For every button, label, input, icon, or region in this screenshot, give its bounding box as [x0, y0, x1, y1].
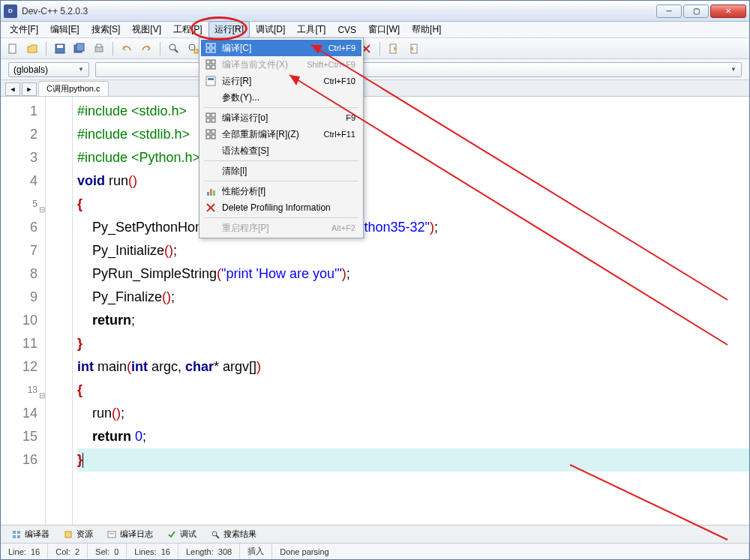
svg-rect-53 — [206, 118, 210, 122]
menu-item-label: 性能分析[f] — [222, 185, 351, 198]
code-line[interactable]: } — [77, 448, 749, 472]
status-line: Line: 16 — [1, 544, 48, 559]
menu-item[interactable]: 工程[P] — [167, 21, 208, 38]
status-parse: Done parsing — [272, 544, 749, 559]
close-button[interactable]: ✕ — [710, 4, 746, 18]
output-tab[interactable]: 调试 — [160, 526, 202, 542]
menu-item[interactable]: 编译运行[o] F9 — [201, 109, 362, 126]
output-tab[interactable]: 搜索结果 — [204, 526, 262, 542]
minimize-button[interactable]: ─ — [656, 4, 682, 18]
tab-icon — [166, 529, 177, 540]
svg-rect-42 — [212, 43, 215, 47]
menu-item[interactable]: 清除[l] — [201, 163, 362, 179]
menu-item-label: 编译运行[o] — [222, 112, 341, 124]
menu-item[interactable]: 调试[D] — [250, 21, 291, 38]
svg-rect-58 — [212, 135, 215, 139]
code-line[interactable]: #include <Python.h> — [77, 146, 749, 169]
toolbar — [1, 38, 749, 59]
menu-item-shortcut: F9 — [346, 113, 356, 122]
code-line[interactable]: } — [77, 332, 749, 355]
code-line[interactable]: return; — [77, 309, 749, 332]
svg-rect-59 — [207, 192, 209, 196]
app-window: D Dev-C++ 5.2.0.3 ─ ▢ ✕ 文件[F]编辑[E]搜索[S]视… — [0, 0, 750, 560]
output-tab[interactable]: 资源 — [57, 526, 99, 542]
blank-icon — [204, 222, 218, 234]
chart-icon — [204, 185, 218, 197]
back-button[interactable] — [406, 41, 421, 56]
svg-rect-43 — [206, 49, 210, 52]
code-line[interactable]: int main(int argc, char* argv[]) — [77, 355, 749, 379]
menu-item[interactable]: 窗口[W] — [362, 21, 406, 38]
member-combo[interactable]: ▼ — [95, 62, 742, 77]
menu-item[interactable]: 搜索[S] — [86, 21, 127, 38]
svg-rect-56 — [212, 130, 215, 133]
menu-item[interactable]: 参数(Y)... — [201, 89, 362, 106]
code-line[interactable]: #include <stdio.h> — [77, 100, 749, 123]
status-length: Length: 308 — [178, 544, 240, 559]
grid-icon — [204, 58, 218, 70]
tab-icon — [106, 529, 117, 540]
save-all-button[interactable] — [72, 41, 87, 56]
code-line[interactable]: { — [77, 379, 749, 402]
tab-icon — [210, 529, 220, 540]
tab-next-button[interactable]: ► — [22, 82, 37, 96]
svg-rect-33 — [17, 531, 20, 534]
menu-item[interactable]: 编辑[E] — [44, 21, 86, 38]
statusbar: Line: 16 Col: 2 Sel: 0 Lines: 16 Length:… — [1, 543, 749, 559]
code-line[interactable]: return 0; — [77, 425, 749, 448]
menu-item[interactable]: CVS — [332, 22, 362, 37]
menu-item[interactable]: 编译[C] Ctrl+F9 — [201, 40, 362, 56]
menu-item[interactable]: 语法检查[S] — [201, 142, 362, 159]
svg-rect-57 — [206, 135, 210, 139]
menu-item[interactable]: 工具[T] — [291, 21, 332, 38]
svg-rect-37 — [108, 532, 116, 538]
code-line[interactable]: run(); — [77, 402, 749, 425]
svg-rect-44 — [212, 49, 215, 52]
output-tab[interactable]: 编译日志 — [100, 526, 159, 542]
code-line[interactable]: #include <stdlib.h> — [77, 123, 749, 146]
window-title: Dev-C++ 5.2.0.3 — [22, 6, 656, 16]
code-area[interactable]: #include <stdio.h>#include <stdlib.h>#in… — [73, 97, 749, 525]
menu-item[interactable]: 文件[F] — [4, 21, 44, 38]
chevron-down-icon: ▼ — [78, 66, 84, 73]
svg-rect-60 — [210, 189, 212, 196]
output-tab[interactable]: 编译器 — [5, 526, 56, 542]
code-line[interactable]: { — [77, 193, 749, 216]
svg-rect-48 — [212, 65, 215, 69]
run-icon — [204, 75, 218, 87]
code-line[interactable]: Py_Initialize(); — [77, 239, 749, 262]
menu-item[interactable]: 帮助[H] — [406, 21, 447, 38]
code-line[interactable]: PyRun_SimpleString("print 'How are you'"… — [77, 262, 749, 286]
svg-rect-32 — [13, 531, 16, 534]
chevron-down-icon: ▼ — [730, 66, 736, 73]
editor[interactable]: 12345678910111213141516 #include <stdio.… — [1, 97, 749, 525]
new-file-button[interactable] — [5, 41, 20, 56]
menu-item[interactable]: 运行[R] — [208, 21, 250, 38]
code-line[interactable]: Py_Finalize(); — [77, 286, 749, 309]
print-button[interactable] — [92, 41, 106, 56]
window-buttons: ─ ▢ ✕ — [656, 4, 746, 18]
menu-item[interactable]: 全部重新编译[R](Z) Ctrl+F11 — [201, 126, 362, 142]
scope-combo[interactable]: (globals) ▼ — [8, 62, 89, 77]
menu-item[interactable]: 运行[R] Ctrl+F10 — [201, 73, 362, 89]
save-button[interactable] — [52, 41, 68, 56]
menu-item[interactable]: 性能分析[f] — [201, 183, 362, 199]
redo-button[interactable] — [139, 41, 154, 56]
fold-margin — [46, 97, 73, 525]
menu-item[interactable]: 视图[V] — [126, 21, 167, 38]
goto-button[interactable] — [386, 41, 401, 56]
tab-file[interactable]: C调用python.c — [38, 81, 109, 96]
open-button[interactable] — [25, 41, 40, 56]
menu-item: 编译当前文件(X) Shift+Ctrl+F9 — [201, 56, 362, 73]
menu-item[interactable]: Delete Profiling Information — [201, 199, 362, 216]
find-button[interactable] — [166, 41, 182, 56]
svg-rect-49 — [206, 76, 215, 85]
svg-rect-61 — [213, 190, 215, 196]
blank-icon — [204, 165, 218, 177]
code-line[interactable]: void run() — [77, 169, 749, 193]
undo-button[interactable] — [119, 41, 134, 56]
code-line[interactable]: Py_SetPythonHome("C:\Programs\Python\Pyt… — [77, 216, 749, 239]
tab-prev-button[interactable]: ◄ — [5, 82, 20, 96]
titlebar: D Dev-C++ 5.2.0.3 ─ ▢ ✕ — [1, 1, 749, 22]
maximize-button[interactable]: ▢ — [683, 4, 709, 18]
